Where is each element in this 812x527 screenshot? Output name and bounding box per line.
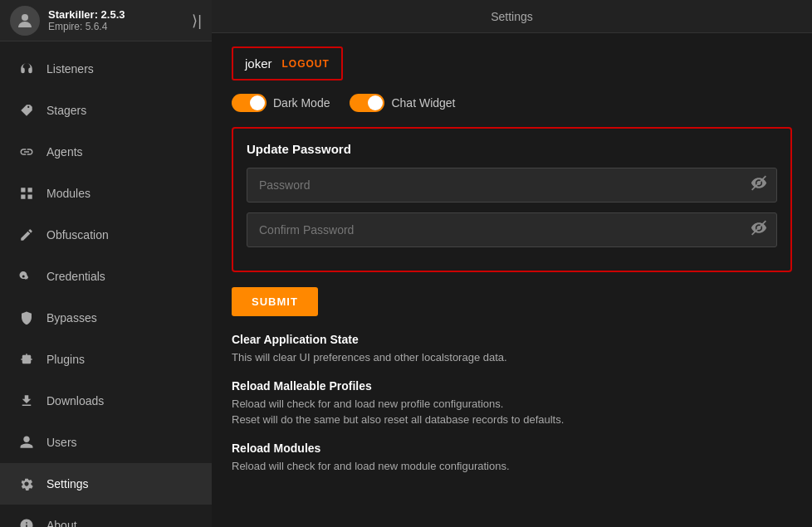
sidebar-header: Starkiller: 2.5.3 Empire: 5.6.4 ⟩| — [0, 0, 212, 41]
sidebar-item-credentials[interactable]: Credentials — [0, 256, 212, 297]
sidebar-item-listeners[interactable]: Listeners — [0, 48, 212, 90]
sidebar-item-agents[interactable]: Agents — [0, 131, 212, 173]
chat-widget-label: Chat Widget — [391, 96, 455, 110]
sidebar-item-bypasses[interactable]: Bypasses — [0, 297, 212, 339]
shield-icon — [15, 306, 38, 329]
reload-modules-title: Reload Modules — [232, 442, 792, 455]
sidebar-label-downloads: Downloads — [46, 394, 104, 407]
logout-button[interactable]: LOGOUT — [282, 58, 330, 70]
sidebar-label-settings: Settings — [46, 477, 89, 490]
sidebar-label-obfuscation: Obfuscation — [46, 228, 109, 242]
app-name-text: Starkiller — [48, 8, 95, 21]
toggles-row: Dark Mode Chat Widget — [232, 94, 792, 112]
dark-mode-toggle[interactable] — [232, 94, 267, 112]
empire-version: Empire: 5.6.4 — [48, 21, 125, 32]
topbar: Settings — [212, 0, 812, 33]
sidebar-label-plugins: Plugins — [46, 353, 85, 366]
update-password-section: Update Password — [232, 127, 792, 272]
sidebar-item-downloads[interactable]: Downloads — [0, 380, 212, 422]
sidebar: Starkiller: 2.5.3 Empire: 5.6.4 ⟩| Liste… — [0, 0, 212, 527]
headphones-icon — [15, 57, 38, 81]
password-input[interactable] — [247, 168, 777, 203]
dark-mode-label: Dark Mode — [273, 96, 330, 110]
download-icon — [15, 389, 38, 412]
sidebar-item-stagers[interactable]: Stagers — [0, 90, 212, 131]
reload-modules-description: Reload will check for and load new modul… — [232, 458, 792, 475]
link-icon — [15, 140, 38, 163]
avatar — [10, 6, 40, 36]
svg-rect-3 — [21, 195, 25, 199]
chat-widget-knob — [368, 95, 383, 110]
user-section: joker LOGOUT — [232, 46, 343, 81]
sidebar-label-agents: Agents — [46, 145, 83, 159]
username-label: joker — [245, 56, 272, 71]
collapse-button[interactable]: ⟩| — [192, 12, 202, 30]
sidebar-item-users[interactable]: Users — [0, 422, 212, 463]
empire-version-text: 5.6.4 — [86, 21, 108, 32]
clear-state-description: This will clear UI preferences and other… — [232, 349, 792, 366]
pencil-icon — [15, 223, 38, 246]
user-icon — [15, 431, 38, 454]
svg-point-0 — [22, 14, 28, 21]
sidebar-label-about: About — [46, 519, 77, 527]
chat-widget-toggle-group: Chat Widget — [350, 94, 455, 112]
submit-button[interactable]: SUBMIT — [232, 287, 318, 316]
reload-modules-section: Reload Modules Reload will check for and… — [232, 442, 792, 475]
dark-mode-knob — [250, 95, 265, 110]
header-text: Starkiller: 2.5.3 Empire: 5.6.4 — [48, 8, 125, 32]
key-icon — [15, 265, 38, 288]
sidebar-item-about[interactable]: About — [0, 505, 212, 527]
settings-content: joker LOGOUT Dark Mode Chat Widget Updat… — [212, 33, 812, 527]
reload-malleable-title: Reload Malleable Profiles — [232, 379, 792, 393]
svg-rect-4 — [28, 195, 32, 199]
sidebar-label-modules: Modules — [46, 187, 90, 200]
app-version: 2.5.3 — [101, 8, 125, 21]
sidebar-item-settings[interactable]: Settings — [0, 463, 212, 505]
sidebar-nav: Listeners Stagers Agents — [0, 41, 212, 527]
sidebar-item-modules[interactable]: Modules — [0, 173, 212, 214]
sidebar-label-stagers: Stagers — [46, 104, 86, 117]
app-name: Starkiller: 2.5.3 — [48, 8, 125, 21]
update-password-title: Update Password — [247, 142, 777, 156]
clear-state-title: Clear Application State — [232, 333, 792, 346]
sidebar-label-bypasses: Bypasses — [46, 311, 97, 324]
main-content: Settings joker LOGOUT Dark Mode Chat Wid… — [212, 0, 812, 527]
dark-mode-toggle-group: Dark Mode — [232, 94, 330, 112]
reload-malleable-description: Reload will check for and load new profi… — [232, 396, 792, 428]
page-title: Settings — [491, 10, 533, 23]
clear-state-section: Clear Application State This will clear … — [232, 333, 792, 366]
reload-malleable-section: Reload Malleable Profiles Reload will ch… — [232, 379, 792, 428]
info-icon — [15, 514, 38, 527]
modules-icon — [15, 182, 38, 205]
confirm-password-input[interactable] — [247, 212, 777, 247]
tag-icon — [15, 99, 38, 122]
empire-label: Empire: — [48, 21, 82, 32]
gear-icon — [15, 472, 38, 495]
password-visibility-icon[interactable] — [751, 175, 767, 196]
sidebar-item-obfuscation[interactable]: Obfuscation — [0, 214, 212, 256]
plug-icon — [15, 348, 38, 371]
confirm-visibility-icon[interactable] — [751, 220, 767, 241]
sidebar-label-credentials: Credentials — [46, 270, 105, 283]
sidebar-label-listeners: Listeners — [46, 62, 94, 76]
svg-rect-1 — [21, 188, 25, 192]
svg-rect-2 — [28, 188, 32, 192]
password-field — [247, 168, 777, 203]
chat-widget-toggle[interactable] — [350, 94, 384, 112]
sidebar-item-plugins[interactable]: Plugins — [0, 339, 212, 380]
confirm-password-field — [247, 212, 777, 247]
sidebar-label-users: Users — [46, 436, 77, 449]
